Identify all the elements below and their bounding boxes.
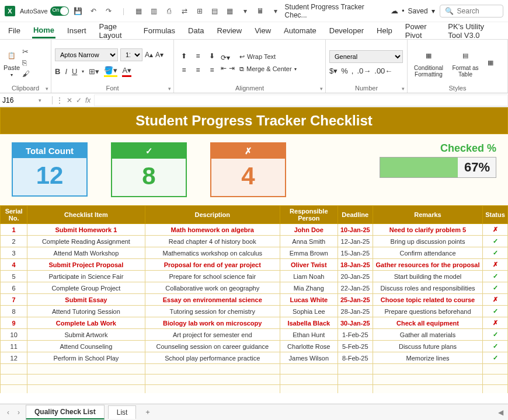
number-format-select[interactable]: General	[329, 50, 403, 63]
fill-color-icon[interactable]: 🪣▾	[104, 66, 117, 77]
grow-font-icon[interactable]: A▴	[145, 51, 153, 59]
table-row[interactable]: 2Complete Reading AssignmentRead chapter…	[1, 236, 508, 247]
underline-more-icon[interactable]: ▾	[82, 69, 84, 74]
undo-icon[interactable]: ↶	[89, 6, 98, 16]
cell-serial[interactable]: 3	[1, 247, 27, 259]
align-cen-icon[interactable]: ≡	[192, 64, 204, 76]
table-row-blank[interactable]	[1, 385, 508, 394]
format-painter-icon[interactable]: 🖌	[22, 69, 30, 78]
cell-deadline[interactable]: 12-Jan-25	[337, 236, 373, 247]
name-box[interactable]: ▾	[0, 96, 53, 104]
cell-status[interactable]: ✓	[483, 282, 508, 294]
cell-item[interactable]: Complete Group Project	[27, 282, 145, 294]
cell-resp[interactable]: Lucas White	[280, 294, 338, 306]
paste-button[interactable]: 📋 Paste ▾	[4, 48, 20, 78]
enter-fx-icon[interactable]: ✓	[76, 96, 82, 104]
fx-icon[interactable]: fx	[85, 96, 91, 104]
table-row[interactable]: 8Attend Tutoring SessionTutoring session…	[1, 306, 508, 317]
qa-icon-7[interactable]: ▦	[225, 6, 235, 16]
cell-remarks[interactable]: Choose topic related to course	[373, 294, 482, 306]
cell-serial[interactable]: 1	[1, 224, 27, 236]
chevron-down-icon[interactable]: ▾	[432, 7, 435, 15]
cell-serial[interactable]: 11	[1, 341, 27, 352]
th-serial[interactable]: Serial No.	[1, 206, 27, 224]
cell-desc[interactable]: Mathematics workshop on calculus	[145, 247, 280, 259]
cell-serial[interactable]: 2	[1, 236, 27, 247]
wrap-text-button[interactable]: ↩Wrap Text	[237, 52, 299, 62]
cell-status[interactable]: ✗	[483, 294, 508, 306]
cell-serial[interactable]: 7	[1, 294, 27, 306]
cell-desc[interactable]: Tutoring session for chemistry	[145, 306, 280, 317]
tab-data[interactable]: Data	[187, 24, 205, 37]
th-item[interactable]: Checklist Item	[27, 206, 145, 224]
sheet-nav-next-icon[interactable]: ›	[15, 408, 22, 416]
tab-home[interactable]: Home	[32, 23, 55, 38]
cell-item[interactable]: Participate in Science Fair	[27, 271, 145, 282]
scroll-right-icon[interactable]: ◀	[498, 408, 503, 416]
cell-serial[interactable]: 12	[1, 352, 27, 364]
cell-resp[interactable]: James Wilson	[280, 352, 338, 364]
qa-icon-5[interactable]: ⊞	[195, 6, 204, 16]
cell-status[interactable]: ✓	[483, 341, 508, 352]
formula-input[interactable]	[94, 94, 508, 106]
cell-desc[interactable]: Counseling session on career guidance	[145, 341, 280, 352]
cell-desc[interactable]: Essay on environmental science	[145, 294, 280, 306]
font-name-select[interactable]: Aptos Narrow	[55, 48, 118, 61]
tab-developer[interactable]: Developer	[328, 24, 365, 37]
tab-insert[interactable]: Insert	[66, 24, 88, 37]
cell-item[interactable]: Perform in School Play	[27, 352, 145, 364]
font-size-select[interactable]: 11	[120, 48, 142, 61]
autosave-switch[interactable]: On	[50, 6, 69, 16]
cell-remarks[interactable]: Start building the model	[373, 271, 482, 282]
cell-item[interactable]: Submit Essay	[27, 294, 145, 306]
qa-icon-3[interactable]: ⎙	[165, 6, 174, 16]
align-left-icon[interactable]: ≡	[178, 64, 190, 76]
qa-icon-9[interactable]: 🖩	[256, 6, 265, 16]
th-desc[interactable]: Description	[145, 206, 280, 224]
cell-resp[interactable]: Oliver Twist	[280, 259, 338, 271]
orientation-icon[interactable]: ⟳▾	[221, 54, 230, 62]
table-row[interactable]: 5Participate in Science FairPrepare for …	[1, 271, 508, 282]
table-row[interactable]: 9Complete Lab WorkBiology lab work on mi…	[1, 317, 508, 329]
tab-formulas[interactable]: Formulas	[142, 24, 176, 37]
cell-item[interactable]: Complete Lab Work	[27, 317, 145, 329]
cell-deadline[interactable]: 22-Jan-25	[337, 282, 373, 294]
tab-power-pivot[interactable]: Power Pivot	[404, 20, 437, 42]
cell-status[interactable]: ✗	[483, 317, 508, 329]
qa-icon-6[interactable]: ▤	[210, 6, 220, 16]
font-color-icon[interactable]: A▾	[122, 66, 131, 77]
th-rem[interactable]: Remarks	[373, 206, 482, 224]
table-row[interactable]: 6Complete Group ProjectCollaborative wor…	[1, 282, 508, 294]
cell-deadline[interactable]: 10-Jan-25	[337, 224, 373, 236]
chevron-down-icon[interactable]: ▾	[39, 97, 41, 103]
cell-desc[interactable]: Math homework on algebra	[145, 224, 280, 236]
autosave-toggle[interactable]: AutoSave On	[20, 6, 69, 16]
cell-deadline[interactable]: 25-Jan-25	[337, 294, 373, 306]
cell-deadline[interactable]: 5-Feb-25	[337, 341, 373, 352]
number-dialog-launcher-icon[interactable]: ▾	[402, 86, 405, 92]
cell-deadline[interactable]: 8-Feb-25	[337, 352, 373, 364]
cell-remarks[interactable]: Check all equipment	[373, 317, 482, 329]
table-row[interactable]: 3Attend Math WorkshopMathematics worksho…	[1, 247, 508, 259]
cell-resp[interactable]: Anna Smith	[280, 236, 338, 247]
cell-desc[interactable]: Biology lab work on microscopy	[145, 317, 280, 329]
cell-desc[interactable]: Read chapter 4 of history book	[145, 236, 280, 247]
tab-page-layout[interactable]: Page Layout	[98, 20, 132, 42]
bold-button[interactable]: B	[55, 67, 60, 76]
dec-dec-icon[interactable]: .00←	[374, 66, 392, 75]
table-row[interactable]: 7Submit EssayEssay on environmental scie…	[1, 294, 508, 306]
cell-resp[interactable]: John Doe	[280, 224, 338, 236]
cell-status[interactable]: ✓	[483, 329, 508, 341]
border-icon[interactable]: ⊞▾	[89, 67, 99, 76]
cell-remarks[interactable]: Prepare questions beforehand	[373, 306, 482, 317]
cut-icon[interactable]: ✂	[22, 47, 30, 56]
table-row[interactable]: 12Perform in School PlaySchool play perf…	[1, 352, 508, 364]
cell-serial[interactable]: 8	[1, 306, 27, 317]
save-icon[interactable]: 💾	[74, 6, 83, 16]
cell-status[interactable]: ✓	[483, 236, 508, 247]
comma-icon[interactable]: ,	[352, 66, 354, 75]
table-row-blank[interactable]	[1, 364, 508, 374]
cell-serial[interactable]: 6	[1, 282, 27, 294]
cell-serial[interactable]: 9	[1, 317, 27, 329]
tab-automate[interactable]: Automate	[283, 24, 318, 37]
